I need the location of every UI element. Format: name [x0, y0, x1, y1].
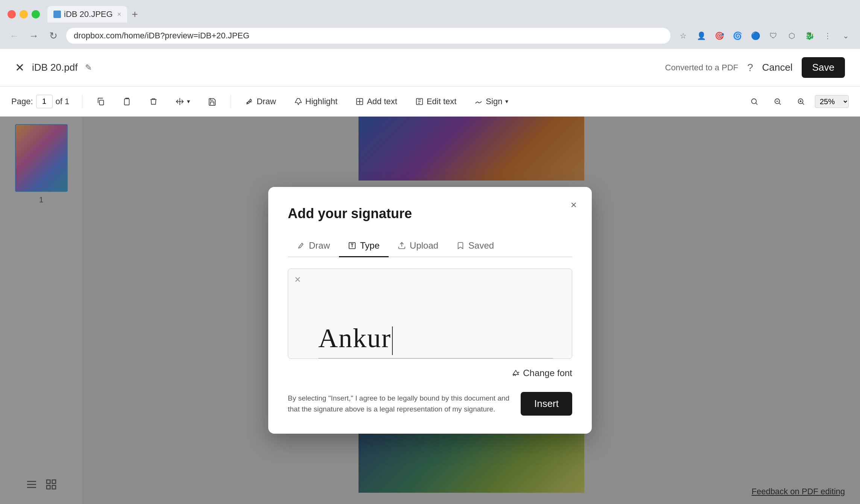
header-left: ✕ iDB 20.pdf ✎ [15, 61, 92, 74]
page-control: Page: of 1 [11, 95, 69, 108]
tab-draw[interactable]: Draw [288, 235, 339, 257]
chevron-down-icon[interactable]: ⌄ [839, 29, 852, 43]
toolbar-sign-button[interactable]: Sign ▾ [469, 94, 514, 109]
search-icon [750, 97, 758, 106]
svg-rect-1 [125, 99, 129, 105]
page-number-input[interactable] [36, 95, 53, 108]
browser-chrome: iDB 20.JPEG × + ← → ↻ ☆ 👤 🎯 🌀 🔵 🛡 ⬡ 🐉 ⋮ … [0, 0, 860, 49]
toolbar-draw-button[interactable]: Draw [240, 94, 281, 109]
tab-favicon [53, 11, 61, 18]
paste-icon [123, 97, 131, 106]
upload-tab-icon [398, 241, 406, 250]
zoom-select[interactable]: 25% 50% 75% 100% [815, 95, 849, 108]
main-content: 1 × Add your signature Draw [0, 117, 860, 504]
extension-icon-2[interactable]: 🌀 [731, 29, 744, 43]
header-right: Converted to a PDF ? Cancel Save [665, 57, 845, 78]
save-icon [208, 97, 216, 106]
signature-text: Ankur [318, 323, 553, 358]
extension-icon-4[interactable]: 🛡 [767, 29, 780, 43]
cancel-button[interactable]: Cancel [762, 62, 793, 73]
zoom-out-button[interactable] [768, 94, 787, 109]
draw-tab-icon [297, 241, 305, 250]
forward-button[interactable]: → [27, 29, 41, 43]
extension-icon-3[interactable]: 🔵 [749, 29, 762, 43]
signature-canvas[interactable]: ✕ Ankur [288, 269, 572, 359]
change-font-label: Change font [523, 368, 572, 378]
tab-type[interactable]: Type [339, 235, 389, 257]
profile-icon[interactable]: 👤 [694, 29, 708, 43]
insert-button[interactable]: Insert [521, 392, 572, 416]
toolbar-edit-text-button[interactable]: Edit text [410, 94, 462, 109]
signature-text-area: Ankur [288, 323, 572, 358]
svg-rect-0 [100, 100, 104, 105]
edit-filename-icon[interactable]: ✎ [85, 63, 92, 73]
browser-actions: ☆ 👤 🎯 🌀 🔵 🛡 ⬡ 🐉 ⋮ ⌄ [676, 29, 852, 43]
maximize-traffic-light[interactable] [32, 10, 40, 18]
tab-upload-label: Upload [410, 240, 438, 251]
saved-tab-icon [456, 241, 465, 250]
toolbar-highlight-button[interactable]: Highlight [289, 94, 343, 109]
traffic-lights [8, 10, 40, 18]
legal-text: By selecting "Insert," I agree to be leg… [288, 393, 512, 414]
highlight-icon [294, 97, 302, 106]
converted-text: Converted to a PDF [665, 63, 738, 73]
app-header: ✕ iDB 20.pdf ✎ Converted to a PDF ? Canc… [0, 49, 860, 87]
type-tab-icon [348, 241, 356, 250]
new-tab-button[interactable]: + [132, 8, 138, 20]
copy-icon [97, 97, 105, 106]
edit-text-label: Edit text [427, 97, 456, 106]
file-name: iDB 20.pdf [32, 62, 77, 73]
back-button[interactable]: ← [8, 29, 21, 43]
tab-upload[interactable]: Upload [389, 235, 447, 257]
zoom-in-icon [797, 97, 805, 106]
minimize-traffic-light[interactable] [20, 10, 28, 18]
draw-icon [245, 97, 254, 106]
tab-title: iDB 20.JPEG [64, 9, 113, 19]
save-button[interactable]: Save [802, 57, 845, 78]
toolbar-delete-button[interactable] [144, 94, 163, 109]
sign-chevron: ▾ [505, 98, 508, 105]
add-text-label: Add text [367, 97, 397, 106]
help-icon[interactable]: ? [747, 62, 753, 74]
close-traffic-light[interactable] [8, 10, 16, 18]
add-text-icon [356, 97, 364, 106]
svg-point-4 [752, 99, 757, 103]
modal-overlay[interactable]: × Add your signature Draw Type Upload [0, 117, 860, 504]
signature-cursor [392, 326, 393, 355]
signature-clear-button[interactable]: ✕ [294, 275, 301, 285]
more-options-button[interactable]: ⋮ [821, 29, 834, 43]
move-chevron: ▾ [187, 98, 190, 105]
highlight-label: Highlight [305, 97, 338, 106]
bookmark-icon[interactable]: ☆ [676, 29, 690, 43]
tab-close-button[interactable]: × [117, 11, 122, 18]
toolbar-divider-1 [82, 95, 82, 108]
sign-icon [474, 97, 483, 106]
signature-text-value: Ankur [318, 323, 391, 353]
app-close-button[interactable]: ✕ [15, 61, 24, 74]
active-tab[interactable]: iDB 20.JPEG × [47, 6, 127, 23]
tab-draw-label: Draw [309, 240, 330, 251]
tab-saved[interactable]: Saved [447, 235, 503, 257]
extension-icon-6[interactable]: 🐉 [803, 29, 816, 43]
modal-tabs: Draw Type Upload Saved [288, 235, 572, 257]
extension-icon-1[interactable]: 🎯 [713, 29, 726, 43]
edit-text-icon [415, 97, 424, 106]
tab-type-label: Type [360, 240, 380, 251]
change-font-button[interactable]: Change font [512, 368, 572, 378]
toolbar-move-button[interactable]: ▾ [170, 94, 195, 109]
toolbar-copy-button[interactable] [91, 94, 110, 109]
modal-footer: By selecting "Insert," I agree to be leg… [288, 392, 572, 416]
toolbar-save-pdf-button[interactable] [203, 94, 222, 109]
zoom-in-button[interactable] [792, 94, 810, 109]
address-input[interactable] [66, 28, 670, 44]
toolbar-paste-button[interactable] [118, 94, 137, 109]
sign-label: Sign [486, 97, 502, 106]
extension-icon-5[interactable]: ⬡ [785, 29, 798, 43]
change-font-icon [512, 369, 520, 377]
modal-close-button[interactable]: × [566, 197, 581, 213]
toolbar-add-text-button[interactable]: Add text [350, 94, 403, 109]
change-font-row: Change font [288, 368, 572, 378]
refresh-button[interactable]: ↻ [47, 29, 60, 43]
search-button[interactable] [745, 94, 764, 109]
tab-bar: iDB 20.JPEG × + [0, 0, 860, 23]
